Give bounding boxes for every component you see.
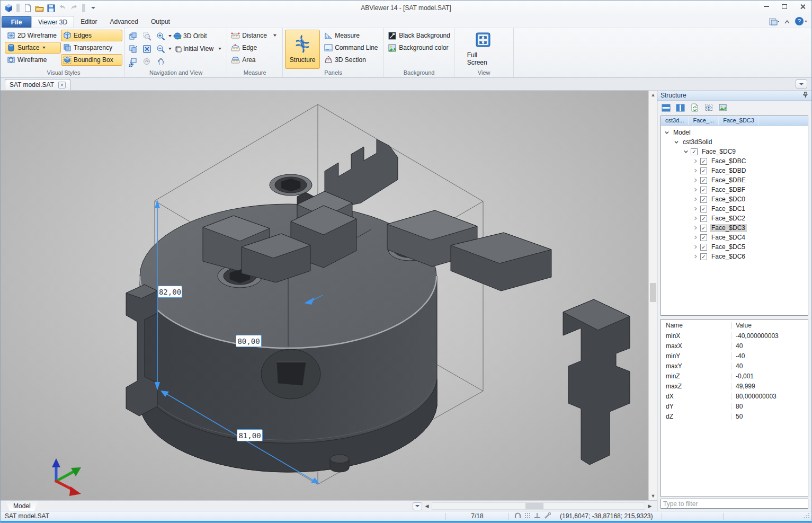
background-color-button[interactable]: Background color <box>386 42 452 54</box>
fit-to-window-button[interactable] <box>141 43 153 55</box>
black-background-button[interactable]: Black Background <box>386 30 452 41</box>
chevron-right-icon[interactable] <box>693 176 698 184</box>
tree-item[interactable]: ✓ Face_$DBC <box>661 156 808 166</box>
save-button[interactable] <box>46 3 56 13</box>
property-row[interactable]: maxY40 <box>661 361 808 371</box>
tree-item-selected[interactable]: ✓ Face_$DC3 <box>661 223 808 233</box>
3d-orbit-button[interactable]: 3D Orbit <box>173 30 217 42</box>
tree-item[interactable]: ✓ Face_$DBE <box>661 175 808 185</box>
surface-button[interactable]: Surface <box>5 42 61 54</box>
checkbox[interactable]: ✓ <box>700 196 707 203</box>
tree-item[interactable]: ✓ Face_$DC1 <box>661 204 808 214</box>
2d-wireframe-button[interactable]: 2D Wireframe <box>5 30 61 41</box>
resize-grip[interactable] <box>804 512 810 520</box>
help-button[interactable]: ? <box>795 17 808 28</box>
chevron-right-icon[interactable] <box>693 224 698 232</box>
split-vertical-button[interactable] <box>674 102 686 113</box>
3d-viewport[interactable]: 82,00 80,00 81,00 <box>1 91 648 500</box>
tree-item[interactable]: ✓ Face_$DC2 <box>661 214 808 223</box>
chevron-right-icon[interactable] <box>693 253 698 260</box>
property-row[interactable]: dZ50 <box>661 411 808 421</box>
checkbox[interactable]: ✓ <box>691 148 698 155</box>
command-line-button[interactable]: Command Line <box>322 42 381 54</box>
minimize-button[interactable] <box>757 1 775 12</box>
tab-viewer-3d[interactable]: Viewer 3D <box>31 16 74 28</box>
checkbox[interactable]: ✓ <box>700 234 707 241</box>
3d-section-button[interactable]: 3D Section <box>322 54 381 66</box>
object-snap-icon[interactable] <box>514 512 521 520</box>
structure-tab[interactable]: Face_$DC3 <box>719 116 759 125</box>
chevron-down-icon[interactable] <box>684 148 688 155</box>
export-image-button[interactable] <box>717 102 729 113</box>
scrollbar-thumb[interactable] <box>525 503 543 509</box>
tab-editor[interactable]: Editor <box>74 16 103 28</box>
maximize-button[interactable] <box>775 1 793 12</box>
scroll-up-arrow[interactable]: ▲ <box>649 91 657 99</box>
chevron-right-icon[interactable] <box>693 234 698 241</box>
measure-panel-button[interactable]: Measure <box>322 30 381 41</box>
checkbox[interactable]: ✓ <box>700 206 707 212</box>
edges-button[interactable]: Edges <box>61 30 122 41</box>
tree-item[interactable]: ✓ Face_$DC6 <box>661 252 808 261</box>
checkbox[interactable]: ✓ <box>700 215 707 222</box>
transparency-button[interactable]: Transparency <box>61 42 122 54</box>
pan-button[interactable] <box>155 56 166 67</box>
minimize-ribbon-button[interactable] <box>784 19 790 26</box>
filter-input[interactable] <box>661 499 808 509</box>
tree-item[interactable]: ✓ Face_$DBF <box>661 185 808 194</box>
bounding-box-button[interactable]: Bounding Box <box>61 54 122 66</box>
property-row[interactable]: maxZ49,999 <box>661 381 808 391</box>
grid-icon[interactable] <box>524 512 531 520</box>
tree-item[interactable]: ✓ Face_$DBD <box>661 166 808 175</box>
chevron-right-icon[interactable] <box>693 215 698 222</box>
sheet-options-button[interactable] <box>413 502 422 510</box>
tree-item[interactable]: cst3dSolid <box>661 137 808 147</box>
area-button[interactable]: Area <box>229 54 280 66</box>
tab-advanced[interactable]: Advanced <box>104 16 145 28</box>
refresh-structure-button[interactable] <box>689 102 700 113</box>
document-tab[interactable]: SAT model.SAT × <box>5 79 70 90</box>
chevron-right-icon[interactable] <box>693 243 698 251</box>
zoom-window-button[interactable] <box>141 30 153 42</box>
property-row[interactable]: maxX40 <box>661 341 808 351</box>
scroll-right-arrow[interactable]: ▶ <box>646 502 654 510</box>
scroll-down-arrow[interactable]: ▼ <box>649 492 657 500</box>
pin-icon[interactable] <box>802 92 808 100</box>
zoom-out-button[interactable] <box>155 43 166 55</box>
property-row[interactable]: minZ-0,001 <box>661 371 808 381</box>
tree-item[interactable]: ✓ Face_$DC0 <box>661 194 808 204</box>
tree-item[interactable]: ✓ Face_$DC4 <box>661 233 808 242</box>
checkbox[interactable]: ✓ <box>700 158 707 165</box>
distance-button[interactable]: Distance <box>229 30 280 41</box>
edge-button[interactable]: Edge <box>229 42 280 54</box>
qat-customize-button[interactable] <box>88 3 98 13</box>
show-selected-button[interactable] <box>703 102 715 113</box>
rotate-35-button[interactable]: 35° <box>127 56 139 67</box>
undo-button[interactable] <box>58 3 67 13</box>
full-screen-button[interactable]: Full Screen <box>466 30 501 69</box>
tab-list-dropdown-button[interactable] <box>796 79 807 88</box>
scrollbar-thumb[interactable] <box>650 283 656 302</box>
draw-pen-icon[interactable] <box>543 512 551 520</box>
checkbox[interactable]: ✓ <box>700 167 707 174</box>
tab-output[interactable]: Output <box>145 16 176 28</box>
initial-view-button[interactable]: Initial View <box>173 43 217 55</box>
chevron-right-icon[interactable] <box>693 157 698 165</box>
structure-panel-button[interactable]: Structure <box>285 30 320 69</box>
chevron-right-icon[interactable] <box>693 205 698 212</box>
new-file-button[interactable] <box>23 3 32 13</box>
previous-view-button[interactable] <box>141 56 153 67</box>
tab-file[interactable]: File <box>2 16 31 28</box>
close-document-icon[interactable]: × <box>58 82 66 88</box>
chevron-right-icon[interactable] <box>693 196 698 203</box>
rotate-view-button[interactable] <box>127 30 139 42</box>
tree-item[interactable]: Model <box>661 128 808 137</box>
checkbox[interactable]: ✓ <box>700 187 707 193</box>
tree-item[interactable]: ✓ Face_$DC5 <box>661 242 808 252</box>
chevron-right-icon[interactable] <box>693 167 698 174</box>
structure-tab[interactable]: Face_... <box>689 116 719 125</box>
chevron-down-icon[interactable] <box>674 138 679 146</box>
redo-button[interactable] <box>69 3 79 13</box>
checkbox[interactable]: ✓ <box>700 177 707 184</box>
property-row[interactable]: dY80 <box>661 401 808 411</box>
